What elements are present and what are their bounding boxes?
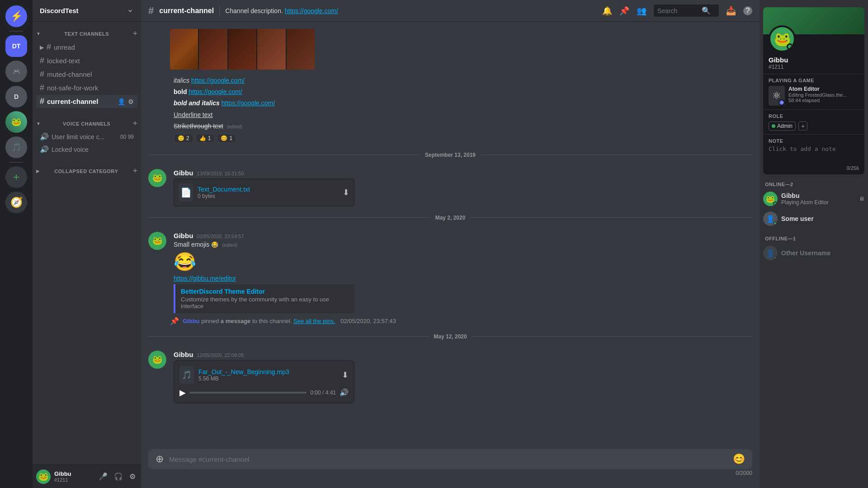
add-member-icon[interactable]: 👤 [118,98,125,105]
status-dot-gibbu [773,202,778,206]
timestamp-gibbu-audio: 12/05/2020, 22:09:05 [197,352,244,358]
voice-channel-userlimit[interactable]: 🔊 User limit voice c... 00 99 [36,131,137,143]
profile-note-section: NOTE 0/256 [763,135,864,174]
profile-name-area: Gibbu #1211 [763,56,864,74]
channel-link[interactable]: https://google.com/ [285,7,338,14]
reaction-thumbsup[interactable]: 👍1 [195,134,215,143]
italic-line: italics https://google.com/ [174,75,752,86]
audio-progress-bar[interactable] [189,392,307,394]
note-input[interactable] [769,145,859,164]
add-attachment-button[interactable]: ⊕ [156,453,164,465]
reaction-happy[interactable]: 😊1 [217,134,236,143]
search-input[interactable] [657,7,698,14]
search-bar[interactable]: 🔍 [654,5,719,17]
download-button[interactable]: ⬇ [343,188,349,197]
message-input-field[interactable] [169,455,727,463]
help-icon[interactable]: ? [743,6,752,15]
voice-channels-category[interactable]: ▼ VOICE CHANNELS + [33,112,141,130]
message-avatar-gibbu-audio[interactable]: 🐸 [148,351,166,369]
member-list-panel: 🐸 Gibbu #1211 PLAYING A GAME ⚛ ⚛ Atom Ed… [760,0,868,488]
underline-line: Underline text [174,109,752,121]
member-otherusername[interactable]: 👤 Other Username [760,243,868,263]
member-name-other: Other Username [781,249,864,257]
settings-icon[interactable]: ⚙ [128,98,134,105]
message-text-emojis: Small emojis 😂 (edited) [174,240,752,249]
game-detail2: 58:44 elapsed [788,98,847,103]
channel-item-current[interactable]: # current-channel 👤 ⚙ [36,95,137,108]
voice-channel-locked[interactable]: 🔊 Locked voice [36,143,137,155]
main-content: # current-channel Channel description. h… [141,0,760,488]
message-gibbu-audio: 🐸 Gibbu 12/05/2020, 22:09:05 🎵 Far_Out_-… [141,347,760,404]
member-gibbu[interactable]: 🐸 Gibbu Playing Atom Editor 🖥 [760,189,868,209]
channel-item-muted[interactable]: # muted-channel [36,68,137,81]
play-button[interactable]: ▶ [179,388,186,398]
message-content-gibbu-file: Gibbu 13/09/2019, 15:31:50 📄 Text_Docume… [174,169,752,206]
playing-section-label: PLAYING A GAME [769,78,859,83]
user-avatar[interactable]: 🐸 [36,469,51,484]
audio-filename[interactable]: Far_Out_-_New_Beginning.mp3 [198,368,289,375]
add-server-button[interactable]: + [5,166,27,188]
server-icon-explore[interactable]: 🧭 [5,192,27,213]
hash-icon-muted: # [40,70,44,79]
channel-item-unread[interactable]: ▶ # unread [36,41,137,54]
user-discriminator: #1211 [54,477,93,483]
collapsed-category[interactable]: ▶ COLLAPSED CATEGORY + [33,159,141,178]
chevron-down-icon [127,7,134,14]
category-arrow-voice: ▼ [36,121,41,126]
bell-icon[interactable]: 🔔 [602,6,612,16]
channel-header-title: current-channel [159,7,214,15]
server-icon-4[interactable]: 🐸 [5,111,27,133]
channel-name-unread: unread [54,43,134,51]
hero-image [170,29,315,70]
member-info-someuser: Some user [781,215,864,222]
deafen-button[interactable]: 🎧 [112,470,125,483]
server-icon-home[interactable]: ⚡ [5,5,27,27]
file-name[interactable]: Text_Document.txt [198,186,338,193]
members-icon[interactable]: 👥 [637,6,646,16]
pin-icon[interactable]: 📌 [619,6,629,16]
server-divider-2 [9,162,24,163]
text-channels-category[interactable]: ▼ TEXT CHANNELS + [33,22,141,40]
server-icon-3[interactable]: D [5,86,27,108]
server-header[interactable]: DiscordTest [33,0,141,22]
volume-icon[interactable]: 🔊 [340,388,349,397]
server-icon-5[interactable]: 🎵 [5,136,27,158]
date-separator-sep13: September 13, 2019 [141,145,760,165]
audio-download-button[interactable]: ⬇ [342,370,349,380]
preview-title[interactable]: BetterDiscord Theme Editor [181,288,349,295]
profile-avatar-area: 🐸 [763,25,864,52]
settings-button[interactable]: ⚙ [127,470,137,483]
add-voice-channel-button[interactable]: + [132,119,137,128]
add-collapsed-channel-button[interactable]: + [132,166,137,176]
file-size: 0 bytes [198,193,338,199]
profile-avatar[interactable]: 🐸 [769,25,796,52]
pin-notification: 📌 Gibbu pinned a message to this channel… [141,316,760,326]
see-all-pins-link[interactable]: See all the pins. [293,318,335,324]
emoji-button[interactable]: 😊 [733,453,745,465]
channel-item-locked-text[interactable]: # locked-text [36,54,137,67]
user-panel: 🐸 Gibbu #1211 🎤 🎧 ⚙ [33,465,141,488]
server-name: DiscordTest [40,7,79,14]
inbox-icon[interactable]: 📥 [726,6,736,16]
member-badge-gibbu: 🖥 [859,196,864,202]
file-info: Text_Document.txt 0 bytes [198,186,338,199]
message-avatar-gibbu-emojis[interactable]: 🐸 [148,232,166,250]
timestamp-gibbu-file: 13/09/2019, 15:31:50 [197,171,244,176]
add-role-button[interactable]: + [798,122,807,131]
audio-controls: ▶ 0:00 / 4:41 🔊 [179,388,349,398]
channel-item-nsfw[interactable]: # not-safe-for-work [36,81,137,94]
message-header-gibbu-file: Gibbu 13/09/2019, 15:31:50 [174,169,752,177]
mute-button[interactable]: 🎤 [97,470,109,483]
add-text-channel-button[interactable]: + [132,29,137,38]
message-avatar-gibbu-file[interactable]: 🐸 [148,169,166,187]
member-someuser[interactable]: 👤 Some user [760,209,868,229]
user-controls: 🎤 🎧 ⚙ [97,470,137,483]
gibbu-link-anchor[interactable]: https://gibbu.me/editor [174,275,236,282]
server-icon-2[interactable]: 🎮 [5,61,27,82]
reaction-smile[interactable]: 🙂2 [174,134,193,143]
server-icon-discordtest[interactable]: DT [5,35,27,57]
text-channels-label: TEXT CHANNELS [64,31,109,37]
user-profile-card: 🐸 Gibbu #1211 PLAYING A GAME ⚛ ⚛ Atom Ed… [763,7,864,174]
messages-area[interactable]: italics https://google.com/ bold https:/… [141,22,760,449]
server-list: ⚡ DT 🎮 D 🐸 🎵 + 🧭 [0,0,33,488]
